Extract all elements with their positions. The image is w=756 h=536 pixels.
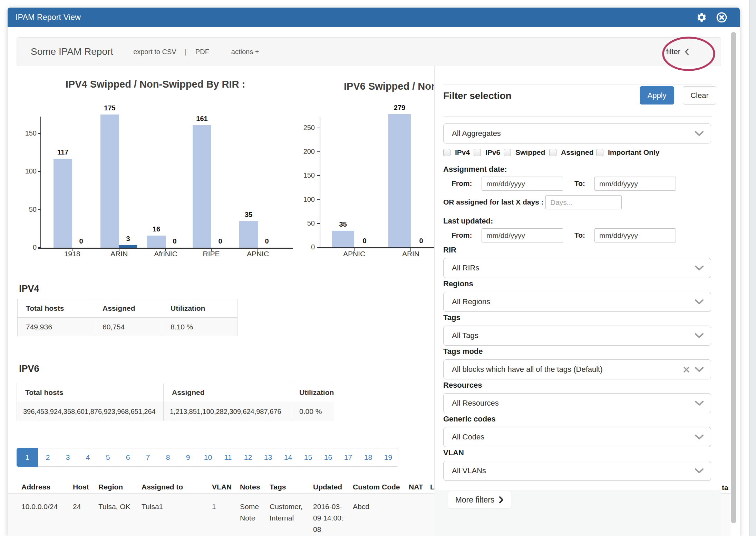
checkbox-label-swipped: Swipped	[515, 148, 545, 157]
chart-title-ipv4: IPV4 Swipped / Non-Swipped By RIR :	[52, 79, 259, 90]
records-col-nat: NAT	[409, 483, 423, 491]
page-button-9[interactable]: 9	[178, 448, 198, 467]
more-filters-label: More filters	[455, 495, 495, 505]
actions-menu[interactable]: actions +	[231, 48, 259, 56]
checkbox-important-only[interactable]	[596, 149, 603, 156]
ipv4-col-total-hosts: Total hosts	[18, 299, 94, 318]
checkbox-assigned[interactable]	[549, 149, 556, 156]
apply-button[interactable]: Apply	[640, 86, 674, 105]
bar-value-label: 3	[113, 235, 144, 243]
page-button-2[interactable]: 2	[38, 448, 58, 467]
record-cell-notes: Some Note	[240, 501, 262, 524]
y-tick-mark	[317, 223, 320, 224]
page-button-19[interactable]: 19	[378, 448, 398, 467]
updated-to-input[interactable]: mm/dd/yyyy	[594, 228, 676, 242]
regions-select[interactable]: All Regions	[443, 292, 711, 312]
bar-value-label: 161	[186, 115, 217, 123]
records-col-updated: Updated	[313, 483, 342, 491]
clear-button[interactable]: Clear	[683, 86, 716, 105]
assignment-to-input[interactable]: mm/dd/yyyy	[594, 177, 676, 191]
page-button-1[interactable]: 1	[17, 448, 38, 467]
pdf-link[interactable]: PDF	[195, 48, 209, 56]
updated-from-label: From:	[452, 231, 472, 239]
or-days-input[interactable]: Days...	[545, 195, 622, 209]
page-button-17[interactable]: 17	[338, 448, 358, 467]
record-cell-vlan: 1	[212, 501, 226, 512]
page-button-16[interactable]: 16	[318, 448, 338, 467]
vlan-select[interactable]: All VLANs	[443, 461, 711, 481]
export-csv-link[interactable]: export to CSV	[133, 48, 176, 56]
y-tick-label: 50	[291, 219, 315, 227]
tags-select[interactable]: All Tags	[443, 326, 711, 346]
close-icon[interactable]	[716, 12, 727, 23]
bar-swipped-ARIN	[388, 114, 411, 247]
clipped-column-header-fragment: ta	[722, 484, 728, 492]
checkbox-label-assigned: Assigned	[561, 148, 594, 157]
chevron-down-icon	[695, 367, 704, 373]
panel-divider-2	[443, 116, 712, 117]
bar-value-label: 0	[251, 237, 282, 245]
y-tick-mark	[317, 247, 320, 248]
page-button-14[interactable]: 14	[278, 448, 298, 467]
bar-value-label: 0	[159, 237, 190, 245]
aggregates-select[interactable]: All Aggregates	[443, 123, 711, 143]
ipv4-heading: IPV4	[19, 284, 39, 294]
resources-select[interactable]: All Resources	[443, 393, 711, 413]
ipv6-utilization: 0.00 %	[291, 402, 334, 421]
y-tick-mark	[317, 199, 320, 200]
record-cell-address: 10.0.0.0/24	[21, 501, 73, 512]
checkbox-ipv6[interactable]	[474, 149, 481, 156]
y-tick-label: 100	[291, 196, 315, 204]
page-button-4[interactable]: 4	[78, 448, 98, 467]
ipv6-col-assigned: Assigned	[164, 383, 291, 402]
generic-codes-select[interactable]: All Codes	[443, 427, 711, 447]
chevron-down-icon	[695, 400, 704, 406]
clear-x-icon[interactable]	[683, 366, 690, 373]
y-tick-mark	[317, 128, 320, 128]
record-cell-tags: Customer, Internal	[270, 501, 307, 524]
y-tick-mark	[38, 209, 41, 210]
bar-value-label: 35	[233, 211, 264, 219]
report-title: Some IPAM Report	[31, 46, 113, 57]
page-button-6[interactable]: 6	[118, 448, 138, 467]
aggregates-select-value: All Aggregates	[452, 129, 501, 138]
settings-gear-icon[interactable]	[696, 12, 707, 23]
tags-mode-select[interactable]: All blocks which have all of the tags (D…	[443, 359, 711, 379]
checkbox-label-ipv4: IPv4	[455, 148, 470, 157]
ipv4-col-utilization: Utilization	[162, 299, 238, 318]
page-button-18[interactable]: 18	[358, 448, 378, 467]
y-tick-label: 150	[12, 129, 37, 137]
y-axis-line	[320, 117, 320, 247]
record-cell-updated: 2016-03-09 14:00:08	[313, 501, 345, 535]
bar-value-label: 279	[384, 104, 415, 112]
assignment-to-label: To:	[574, 179, 585, 188]
page-button-7[interactable]: 7	[138, 448, 158, 467]
resources-select-value: All Resources	[452, 399, 499, 408]
page-button-11[interactable]: 11	[218, 448, 238, 467]
filter-toggle-button[interactable]: filter	[666, 47, 689, 56]
last-updated-label: Last updated:	[443, 217, 493, 226]
checkbox-swipped[interactable]	[504, 149, 511, 156]
more-filters-button[interactable]: More filters	[448, 491, 511, 508]
page-button-3[interactable]: 3	[58, 448, 78, 467]
checkbox-ipv4[interactable]	[443, 149, 450, 156]
page-button-15[interactable]: 15	[298, 448, 318, 467]
updated-from-input[interactable]: mm/dd/yyyy	[482, 228, 563, 242]
page-button-12[interactable]: 12	[238, 448, 258, 467]
page-button-10[interactable]: 10	[198, 448, 218, 467]
rir-select-value: All RIRs	[452, 264, 479, 272]
y-tick-label: 0	[12, 244, 37, 251]
window-scrollbar-thumb[interactable]	[731, 32, 736, 523]
ipv6-total-hosts: 396,453,924,358,601,876,923,968,651,264	[17, 402, 164, 421]
page-button-8[interactable]: 8	[158, 448, 178, 467]
bar-swipped-RIPE	[193, 125, 211, 248]
assignment-from-input[interactable]: mm/dd/yyyy	[482, 177, 563, 191]
record-cell-host: 24	[73, 501, 94, 512]
page-button-13[interactable]: 13	[258, 448, 278, 467]
or-days-label: OR assigned for last X days :	[443, 198, 544, 206]
rir-select[interactable]: All RIRs	[443, 258, 711, 278]
ipv6-assigned: 1,213,851,100,282,309,624,987,676	[164, 402, 291, 421]
page-button-5[interactable]: 5	[98, 448, 118, 467]
bar-value-label: 0	[349, 237, 380, 245]
y-tick-label: 50	[12, 206, 37, 214]
